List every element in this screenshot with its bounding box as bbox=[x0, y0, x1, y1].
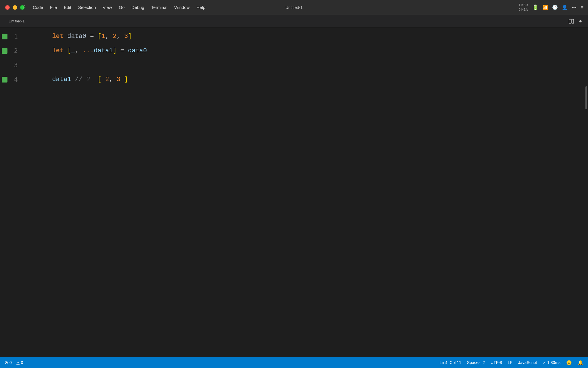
feedback-icon[interactable]: 🙂 bbox=[566, 360, 572, 365]
menu-window[interactable]: Window bbox=[171, 4, 192, 11]
encoding[interactable]: UTF-8 bbox=[491, 360, 502, 365]
line-number-3: 3 bbox=[9, 58, 22, 72]
status-right: Ln 4, Col 11 Spaces: 2 UTF-8 LF JavaScri… bbox=[440, 360, 583, 365]
error-count: 0 bbox=[9, 360, 12, 365]
system-icons: 1 KB/s 0 KB/s 🔋 📶 🕐 👤 ••• ≡ bbox=[519, 3, 583, 12]
code-editor[interactable]: 1 let data0 = [1, 2, 3] 2 let [_, ...dat… bbox=[0, 28, 588, 357]
menu-bar:  Code File Edit Selection View Go Debug… bbox=[20, 3, 208, 12]
download-speed: 0 KB/s bbox=[519, 7, 528, 12]
window-title: Untitled-1 bbox=[285, 5, 303, 10]
spaces-setting[interactable]: Spaces: 2 bbox=[467, 360, 485, 365]
status-left: ⊗ 0 △ 0 bbox=[5, 360, 23, 365]
menu-debug[interactable]: Debug bbox=[129, 4, 147, 11]
errors-count[interactable]: ⊗ 0 bbox=[5, 360, 12, 365]
menu-file[interactable]: File bbox=[47, 4, 60, 11]
eol[interactable]: LF bbox=[508, 360, 512, 365]
run-indicator-1[interactable] bbox=[2, 34, 7, 39]
upload-speed: 1 KB/s bbox=[519, 3, 528, 7]
apple-menu[interactable]:  bbox=[20, 3, 29, 12]
warning-icon: △ bbox=[16, 360, 20, 365]
list-icon[interactable]: ≡ bbox=[581, 5, 583, 10]
line-number-4: 4 bbox=[9, 72, 22, 87]
menu-edit[interactable]: Edit bbox=[61, 4, 74, 11]
run-indicator-2[interactable] bbox=[2, 48, 7, 54]
scrollbar-track[interactable] bbox=[585, 28, 588, 357]
warnings-count[interactable]: △ 0 bbox=[16, 360, 23, 365]
run-indicator-3 bbox=[2, 62, 7, 68]
menu-code[interactable]: Code bbox=[30, 4, 46, 11]
user-icon: 👤 bbox=[562, 5, 568, 10]
language-mode[interactable]: JavaScript bbox=[518, 360, 537, 365]
more-icon[interactable]: ••• bbox=[572, 5, 577, 10]
line-number-2: 2 bbox=[9, 44, 22, 58]
battery-icon: 🔋 bbox=[532, 4, 538, 11]
scrollbar-thumb[interactable] bbox=[585, 86, 587, 109]
warning-count: 0 bbox=[21, 360, 23, 365]
menu-view[interactable]: View bbox=[100, 4, 115, 11]
wifi-icon: 📶 bbox=[542, 5, 548, 10]
status-bar: ⊗ 0 △ 0 Ln 4, Col 11 Spaces: 2 UTF-8 LF … bbox=[0, 357, 588, 368]
error-icon: ⊗ bbox=[5, 360, 8, 365]
menu-terminal[interactable]: Terminal bbox=[148, 4, 170, 11]
clock-icon: 🕐 bbox=[552, 5, 558, 10]
run-indicator-4[interactable] bbox=[2, 77, 7, 83]
code-line-4[interactable]: data1 // ? [ 2, 3 ] bbox=[22, 58, 588, 101]
network-stats: 1 KB/s 0 KB/s bbox=[519, 3, 528, 12]
cursor-position[interactable]: Ln 4, Col 11 bbox=[440, 360, 461, 365]
editor-area: 1 let data0 = [1, 2, 3] 2 let [_, ...dat… bbox=[0, 28, 588, 357]
line-number-1: 1 bbox=[9, 29, 22, 44]
menu-help[interactable]: Help bbox=[194, 4, 208, 11]
timing: ✓ 1.83ms bbox=[543, 360, 560, 365]
menu-selection[interactable]: Selection bbox=[75, 4, 99, 11]
notifications-icon[interactable]: 🔔 bbox=[578, 360, 583, 365]
menu-go[interactable]: Go bbox=[116, 4, 127, 11]
close-button[interactable] bbox=[5, 5, 10, 10]
titlebar:  Code File Edit Selection View Go Debug… bbox=[0, 0, 588, 15]
table-row: 2 let [_, ...data1] = data0 bbox=[0, 44, 588, 58]
table-row: 4 data1 // ? [ 2, 3 ] bbox=[0, 72, 588, 87]
minimize-button[interactable] bbox=[13, 5, 17, 10]
